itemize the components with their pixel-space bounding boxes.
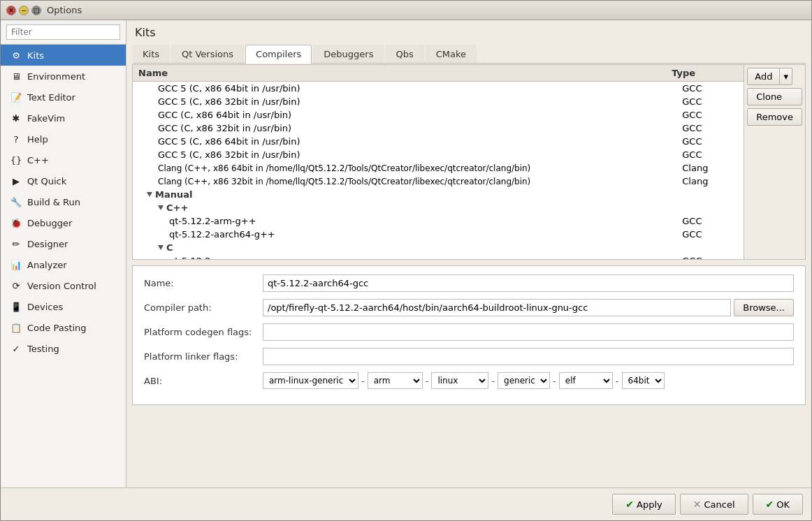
sidebar-item-fakevim-label: FakeVim [27, 113, 65, 124]
cancel-label: Cancel [704, 499, 734, 510]
tab-qbs[interactable]: Qbs [385, 45, 423, 63]
sidebar-item-debugger[interactable]: 🐞 Debugger [1, 212, 126, 233]
page-title: Kits [132, 26, 806, 39]
code-pasting-icon: 📋 [10, 322, 22, 333]
cpp-section-label: C++ [166, 203, 188, 213]
sidebar-item-qt-quick[interactable]: ▶ Qt Quick [1, 170, 126, 191]
sidebar-item-designer[interactable]: ✏ Designer [1, 233, 126, 254]
tab-cmake[interactable]: CMake [426, 45, 477, 63]
compiler-row-1[interactable]: GCC 5 (C, x86 32bit in /usr/bin) GCC [133, 95, 744, 108]
platform-linker-input[interactable] [263, 348, 794, 365]
maximize-button[interactable]: □ [31, 6, 41, 15]
name-input[interactable] [263, 274, 794, 292]
sidebar-item-text-editor[interactable]: 📝 Text Editor [1, 87, 126, 108]
manual-expand-icon [147, 192, 152, 197]
fakevim-icon: ✱ [10, 112, 22, 124]
abi-select-0[interactable]: arm-linux-generic x86-linux-generic [263, 372, 358, 389]
compiler-row-7[interactable]: Clang (C++, x86 32bit in /home/llq/Qt5.1… [133, 175, 744, 188]
compiler-row-arm-gpp[interactable]: qt-5.12.2-arm-g++ GCC [133, 214, 744, 228]
cpp-section[interactable]: C++ [133, 201, 744, 214]
compiler-row-arm-gcc[interactable]: qt-5.12.2-arm-gcc GCC [133, 254, 744, 259]
compiler-row-6[interactable]: Clang (C++, x86 64bit in /home/llq/Qt5.1… [133, 161, 744, 175]
sidebar-item-testing[interactable]: ✓ Testing [1, 338, 126, 359]
sidebar-item-fakevim[interactable]: ✱ FakeVim [1, 108, 126, 129]
ok-button[interactable]: ✔ OK [753, 494, 804, 515]
sidebar-item-version-control[interactable]: ⟳ Version Control [1, 275, 126, 296]
titlebar: ✕ − □ Options [1, 1, 811, 20]
abi-label: ABI: [144, 376, 263, 386]
version-control-icon: ⟳ [10, 280, 22, 291]
sidebar-item-cpp-label: C++ [27, 155, 49, 166]
filter-input[interactable] [6, 24, 120, 40]
sidebar-item-devices[interactable]: 📱 Devices [1, 296, 126, 317]
add-dropdown-button[interactable]: ▾ [780, 68, 792, 85]
cpp-expand-icon [158, 205, 164, 210]
sidebar-item-help[interactable]: ? Help [1, 129, 126, 149]
close-button[interactable]: ✕ [6, 6, 16, 15]
compiler-name-3: GCC (C, x86 32bit in /usr/bin) [158, 123, 682, 133]
sidebar-item-build-run[interactable]: 🔧 Build & Run [1, 191, 126, 212]
compiler-row-5[interactable]: GCC 5 (C, x86 32bit in /usr/bin) GCC [133, 148, 744, 161]
devices-icon: 📱 [10, 301, 22, 312]
compiler-type-1: GCC [682, 96, 738, 107]
abi-select-5[interactable]: 64bit 32bit [622, 372, 665, 389]
apply-check-icon: ✔ [625, 499, 634, 510]
abi-select-2[interactable]: linux windows darwin [431, 372, 488, 389]
sidebar-item-code-pasting[interactable]: 📋 Code Pasting [1, 317, 126, 338]
platform-codegen-input[interactable] [263, 323, 794, 341]
compiler-name-7: Clang (C++, x86 32bit in /home/llq/Qt5.1… [158, 177, 682, 186]
c-section-label: C [166, 242, 173, 253]
compiler-name-1: GCC 5 (C, x86 32bit in /usr/bin) [158, 96, 682, 107]
filter-box [1, 20, 126, 45]
compiler-row-2[interactable]: GCC (C, x86 64bit in /usr/bin) GCC [133, 108, 744, 122]
abi-select-1[interactable]: arm x86 x86_64 aarch64 [368, 372, 423, 389]
main-area: ⚙ Kits 🖥 Environment 📝 Text Editor ✱ Fak… [1, 20, 811, 487]
bottom-bar: ✔ Apply ✕ Cancel ✔ OK [1, 487, 811, 520]
browse-button[interactable]: Browse... [734, 299, 794, 316]
designer-icon: ✏ [10, 238, 22, 249]
compiler-path-input[interactable] [263, 299, 731, 316]
details-panel: Name: Compiler path: Browse... [132, 265, 806, 405]
abi-select-4[interactable]: elf pe mach_o [559, 372, 613, 389]
tab-kits[interactable]: Kits [132, 45, 170, 63]
sidebar-list: ⚙ Kits 🖥 Environment 📝 Text Editor ✱ Fak… [1, 45, 126, 487]
abi-select-3[interactable]: generic [498, 372, 550, 389]
sidebar-item-build-run-label: Build & Run [27, 197, 80, 207]
compiler-row-3[interactable]: GCC (C, x86 32bit in /usr/bin) GCC [133, 122, 744, 135]
analyzer-icon: 📊 [10, 259, 22, 270]
sidebar-item-environment[interactable]: 🖥 Environment [1, 66, 126, 87]
options-window: ✕ − □ Options ⚙ Kits 🖥 Environment [0, 0, 812, 521]
compiler-type-5: GCC [682, 149, 738, 160]
cancel-button[interactable]: ✕ Cancel [680, 494, 748, 515]
compiler-row-aarch64-gpp[interactable]: qt-5.12.2-aarch64-g++ GCC [133, 228, 744, 241]
manual-section[interactable]: Manual [133, 188, 744, 201]
sidebar-item-analyzer[interactable]: 📊 Analyzer [1, 254, 126, 275]
tab-compilers[interactable]: Compilers [245, 45, 312, 64]
compiler-rows: GCC 5 (C, x86 64bit in /usr/bin) GCC GCC… [133, 82, 744, 259]
add-button[interactable]: Add [747, 68, 780, 85]
compiler-type-7: Clang [682, 176, 738, 186]
compiler-row-0[interactable]: GCC 5 (C, x86 64bit in /usr/bin) GCC [133, 82, 744, 95]
compiler-row-4[interactable]: GCC 5 (C, x86 64bit in /usr/bin) GCC [133, 135, 744, 148]
platform-linker-row: Platform linker flags: [144, 348, 794, 365]
kits-icon: ⚙ [10, 50, 22, 61]
abi-sep-0: - [361, 376, 365, 386]
window-title: Options [47, 5, 82, 15]
remove-button[interactable]: Remove [747, 108, 802, 126]
abi-fields: arm-linux-generic x86-linux-generic - ar… [263, 372, 794, 389]
tab-qt-versions[interactable]: Qt Versions [171, 45, 244, 63]
sidebar-item-cpp[interactable]: {} C++ [1, 149, 126, 170]
sidebar-item-version-control-label: Version Control [27, 281, 96, 291]
c-section[interactable]: C [133, 241, 744, 254]
apply-button[interactable]: ✔ Apply [612, 494, 675, 515]
minimize-button[interactable]: − [19, 6, 29, 15]
tab-debuggers[interactable]: Debuggers [313, 45, 384, 63]
ok-label: OK [776, 499, 790, 510]
clone-button[interactable]: Clone [747, 88, 802, 105]
sidebar-item-kits[interactable]: ⚙ Kits [1, 45, 126, 66]
abi-sep-4: - [616, 376, 619, 386]
platform-codegen-label: Platform codegen flags: [144, 327, 263, 337]
sidebar-item-designer-label: Designer [27, 239, 68, 249]
ok-check-icon: ✔ [766, 499, 774, 510]
qt-quick-icon: ▶ [10, 175, 22, 186]
